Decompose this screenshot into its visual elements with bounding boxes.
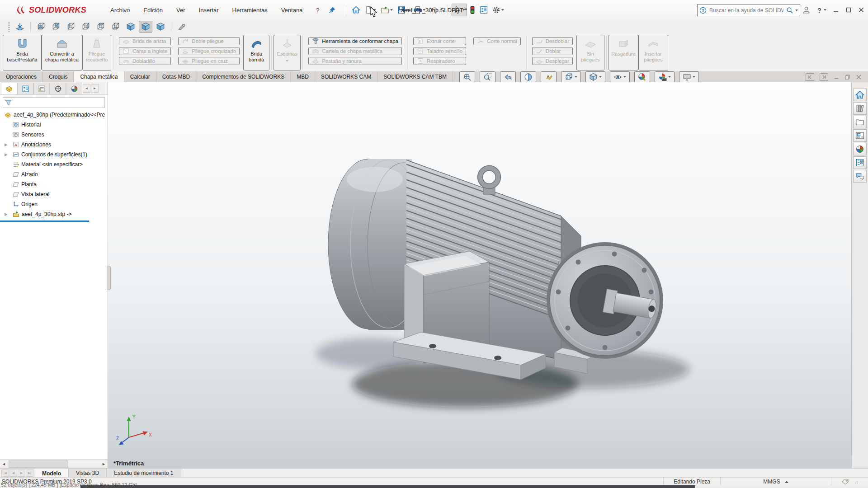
appearances-button[interactable]: [853, 143, 867, 155]
hide-show-items-button[interactable]: [610, 71, 630, 83]
view-settings-button[interactable]: [679, 71, 699, 83]
tag-button[interactable]: [831, 478, 868, 486]
bottom-view-button[interactable]: [109, 21, 123, 33]
featuremanager-tab-icon[interactable]: [1, 83, 17, 94]
toolbar-drag-handle[interactable]: [8, 22, 10, 32]
options-button[interactable]: [491, 4, 506, 16]
desplegar-button[interactable]: Desplegar: [532, 57, 573, 65]
tab-chapa-metalica[interactable]: Chapa metálica: [74, 71, 124, 82]
section-view-button[interactable]: [520, 71, 536, 83]
back-view-button[interactable]: [49, 21, 63, 33]
restore-doc-icon[interactable]: [844, 74, 850, 80]
search-icon[interactable]: [786, 7, 793, 14]
tree-item-conjuntos-superficies[interactable]: ▶ Conjuntos de superficies(1): [0, 150, 108, 160]
file-explorer-button[interactable]: [853, 116, 867, 128]
normal-to-button[interactable]: [13, 21, 27, 33]
next-tab-icon[interactable]: ▶: [18, 469, 25, 477]
graphics-viewport[interactable]: Y X Z *Trimétrica: [108, 82, 851, 468]
brida-base-button[interactable]: Brida base/Pestaña: [3, 35, 42, 70]
trimetric-view-button[interactable]: [139, 21, 152, 33]
tree-item-sensores[interactable]: Sensores: [0, 130, 108, 140]
search-box[interactable]: ?: [697, 4, 800, 16]
tree-item-origen[interactable]: Origen: [0, 199, 108, 209]
forum-button[interactable]: [853, 170, 867, 183]
esquinas-dropdown-caret[interactable]: [286, 60, 288, 62]
convertir-chapa-button[interactable]: Convertir a chapa metálica: [42, 35, 82, 70]
extruir-corte-button[interactable]: Extruir corte: [413, 37, 466, 45]
help-icon[interactable]: ?: [816, 7, 826, 14]
respiradero-button[interactable]: Respiradero: [413, 57, 466, 65]
minimize-icon[interactable]: [833, 7, 839, 13]
doblar-button[interactable]: Doblar: [532, 47, 573, 55]
tree-filter-input[interactable]: [14, 99, 103, 106]
tree-item-imported-part[interactable]: ▶ aeef_4p_30hp.stp ->: [0, 209, 108, 219]
last-tab-icon[interactable]: ▶|: [26, 469, 33, 477]
annotations-visibility-button[interactable]: A: [541, 71, 557, 83]
tab-operaciones[interactable]: Operaciones: [0, 71, 43, 82]
pin-icon[interactable]: [329, 6, 336, 14]
collapse-right-icon[interactable]: [820, 73, 828, 81]
menu-archivo[interactable]: Archivo: [109, 5, 131, 15]
propertymanager-tab-icon[interactable]: [17, 83, 33, 94]
esquinas-button[interactable]: Esquinas: [274, 35, 301, 70]
tree-item-historial[interactable]: Historial: [0, 120, 108, 130]
herramienta-conformar-button[interactable]: Herramienta de conformar chapa: [308, 37, 402, 45]
panel-horizontal-scrollbar[interactable]: ◄ ►: [0, 459, 108, 468]
tree-filter-box[interactable]: [3, 97, 105, 108]
menu-edicion[interactable]: Edición: [142, 5, 164, 15]
zoom-to-fit-button[interactable]: [459, 71, 475, 83]
scrollbar-thumb[interactable]: [9, 460, 68, 468]
search-input[interactable]: [708, 7, 784, 14]
dimetric-view-button[interactable]: [154, 21, 167, 33]
tree-root[interactable]: aeef_4p_30hp (Predeterminado<<Pre: [0, 110, 108, 120]
corte-normal-button[interactable]: Corte normal: [473, 37, 520, 45]
rasgadura-button[interactable]: Rasgadura: [609, 35, 638, 70]
tab-cotas-mbd[interactable]: Cotas MBD: [156, 71, 196, 82]
close-icon[interactable]: [858, 7, 864, 13]
home-button[interactable]: [350, 4, 362, 16]
previous-view-button[interactable]: [500, 71, 516, 83]
brida-barrida-button[interactable]: Brida barrida: [243, 35, 269, 70]
top-view-button[interactable]: [94, 21, 108, 33]
caras-a-inglete-button[interactable]: Caras a inglete: [119, 47, 171, 55]
scrollbar-track[interactable]: [8, 460, 100, 468]
right-view-button[interactable]: [79, 21, 93, 33]
configurationmanager-tab-icon[interactable]: [33, 83, 50, 94]
dimxpertmanager-tab-icon[interactable]: [50, 83, 66, 94]
expand-arrow-icon[interactable]: ▶: [5, 212, 8, 216]
tab-solidworks-cam[interactable]: SOLIDWORKS CAM: [315, 71, 377, 82]
isometric-view-button[interactable]: [124, 21, 137, 33]
panel-splitter-handle[interactable]: [107, 266, 111, 290]
tree-item-planta[interactable]: Planta: [0, 179, 108, 189]
edit-appearance-button[interactable]: [634, 71, 650, 83]
cartela-chapa-button[interactable]: Cartela de chapa metálica: [308, 47, 402, 55]
expand-arrow-icon[interactable]: ▶: [5, 142, 8, 147]
scrollbar-left-arrow[interactable]: ◄: [0, 460, 8, 468]
pliegue-en-cruz-button[interactable]: Pliegue en cruz: [178, 57, 240, 65]
tab-modelo[interactable]: Modelo: [35, 469, 69, 478]
tree-item-vista-lateral[interactable]: Vista lateral: [0, 189, 108, 199]
display-style-button[interactable]: [585, 71, 605, 83]
pliegue-croquizado-button[interactable]: Pliegue croquizado: [178, 47, 240, 55]
tree-item-alzado[interactable]: Alzado: [0, 169, 108, 179]
doble-pliegue-button[interactable]: Doble pliegue: [178, 37, 240, 45]
tab-calcular[interactable]: Calcular: [124, 71, 156, 82]
rebuild-button[interactable]: [468, 4, 477, 16]
scrollbar-right-arrow[interactable]: ►: [100, 460, 108, 468]
menu-insertar[interactable]: Insertar: [198, 5, 220, 15]
apply-scene-button[interactable]: [655, 71, 675, 83]
units-caret-icon[interactable]: [785, 481, 788, 483]
scroll-right-icon[interactable]: ►: [91, 84, 99, 93]
tab-vistas-3d[interactable]: Vistas 3D: [69, 469, 107, 478]
search-scope-caret[interactable]: [795, 9, 798, 11]
user-icon[interactable]: [802, 6, 810, 14]
insertar-pliegues-button[interactable]: Insertar pliegues: [638, 35, 668, 70]
minimize-doc-icon[interactable]: [834, 74, 839, 80]
zoom-to-area-button[interactable]: [480, 71, 495, 83]
dobladillo-button[interactable]: Dobladillo: [119, 57, 171, 65]
menu-herramientas[interactable]: Herramientas: [231, 5, 269, 15]
scroll-left-icon[interactable]: ◄: [83, 84, 90, 93]
view-palette-button[interactable]: [853, 129, 867, 142]
first-tab-icon[interactable]: |◀: [1, 469, 9, 477]
units-selector[interactable]: MMGS: [720, 478, 831, 486]
